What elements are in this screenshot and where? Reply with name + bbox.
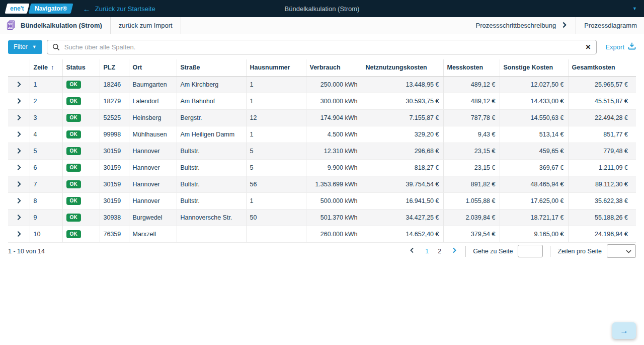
row-expand-chevron[interactable] [14,163,24,172]
cell-strasse: Bultstr. [177,143,246,159]
table-row: 4 OK 99998 Mühlhausen Am Heiligen Damm 1… [8,126,636,143]
enet-navigator-logo[interactable]: ene't Navigator® [5,4,73,14]
cell-messkosten: 1.055,88 € [443,192,500,209]
cell-hausnummer: 1 [246,126,306,143]
cell-hausnummer: 1 [246,93,306,109]
cell-gesamtkosten: 22.494,28 € [568,109,636,126]
cell-netznutzungskosten: 16.941,50 € [362,192,443,209]
cell-hausnummer: 5 [246,143,306,159]
table-row: 1 OK 18246 Baumgarten Am Kirchberg 1 250… [8,76,636,93]
col-header-ort[interactable]: Ort [129,59,177,76]
cell-plz: 18246 [100,76,129,93]
cell-verbrauch: 250.000 kWh [306,76,362,93]
cell-gesamtkosten: 45.515,87 € [568,93,636,109]
row-expand-chevron[interactable] [14,180,24,189]
goto-page-input[interactable] [518,245,543,257]
forward-button[interactable]: → [612,322,636,339]
chevron-down-icon[interactable]: ▼ [632,6,637,11]
row-expand-chevron[interactable] [14,130,24,139]
cell-netznutzungskosten: 818,27 € [362,159,443,176]
status-badge: OK [66,197,82,205]
cell-hausnummer: 1 [246,76,306,93]
search-box: ✕ [47,40,597,54]
arrow-right-icon: → [620,326,628,335]
cell-expand [8,76,30,93]
cell-plz: 52525 [100,109,129,126]
results-table: Zeile↑ Status PLZ Ort Straße Hausnummer … [8,59,636,243]
row-expand-chevron[interactable] [14,97,24,106]
row-expand-chevron[interactable] [14,230,24,239]
row-expand-chevron[interactable] [14,196,24,205]
results-table-container: Zeile↑ Status PLZ Ort Straße Hausnummer … [8,59,636,243]
col-header-gesamtkosten[interactable]: Gesamtkosten [568,59,636,76]
cell-netznutzungskosten: 329,20 € [362,126,443,143]
col-header-strasse[interactable]: Straße [177,59,246,76]
cell-status: OK [62,226,100,242]
row-expand-chevron[interactable] [14,213,24,222]
cell-hausnummer [246,226,306,242]
sort-ascending-icon: ↑ [51,64,54,71]
back-to-import-label: zurück zum Import [119,22,173,29]
process-step-description-link[interactable]: Prozessschrittbeschreibung [468,17,576,34]
previous-page-button[interactable] [408,246,416,256]
cell-sonstige-kosten: 513,14 € [500,126,568,143]
row-expand-chevron[interactable] [14,80,24,89]
footer-divider [550,246,550,257]
next-page-button[interactable] [450,246,458,256]
cell-status: OK [62,109,100,126]
col-header-hausnummer[interactable]: Hausnummer [246,59,306,76]
cell-hausnummer: 1 [246,192,306,209]
status-badge: OK [66,97,82,105]
cell-netznutzungskosten: 30.593,75 € [362,93,443,109]
col-header-sonstige-kosten[interactable]: Sonstige Kosten [500,59,568,76]
process-diagram-link[interactable]: Prozessdiagramm [576,17,644,34]
pagination-page-1[interactable]: 1 [425,248,429,255]
cell-plz: 30938 [100,209,129,226]
pagination-page-2[interactable]: 2 [438,248,441,255]
process-diagram-label: Prozessdiagramm [584,22,637,29]
col-header-netznutzungskosten[interactable]: Netznutzungskosten [362,59,443,76]
col-header-zeile[interactable]: Zeile↑ [30,59,62,76]
table-row: 6 OK 30159 Hannover Bultstr. 5 9.900 kWh… [8,159,636,176]
cell-status: OK [62,192,100,209]
table-body: 1 OK 18246 Baumgarten Am Kirchberg 1 250… [8,76,636,242]
cell-verbrauch: 260.000 kWh [306,226,362,242]
export-button[interactable]: Export [601,42,636,51]
cell-expand [8,176,30,192]
row-range-label: 1 - 10 von 14 [8,248,45,255]
col-header-messkosten[interactable]: Messkosten [443,59,500,76]
row-expand-chevron[interactable] [14,113,24,122]
chevron-right-icon [561,22,568,30]
cell-messkosten: 489,12 € [443,76,500,93]
col-header-verbrauch[interactable]: Verbrauch [306,59,362,76]
rows-per-page-select[interactable] [607,244,636,258]
cell-sonstige-kosten: 369,67 € [500,159,568,176]
clear-search-icon[interactable]: ✕ [586,44,591,50]
cell-status: OK [62,93,100,109]
cell-sonstige-kosten: 9.165,00 € [500,226,568,242]
cell-zeile: 9 [30,209,62,226]
cell-zeile: 8 [30,192,62,209]
col-header-zeile-label: Zeile [34,64,48,71]
cell-zeile: 1 [30,76,62,93]
process-step-description-label: Prozessschrittbeschreibung [476,22,556,29]
cell-messkosten: 891,82 € [443,176,500,192]
cell-ort: Hannover [129,176,177,192]
cell-verbrauch: 174.904 kWh [306,109,362,126]
col-header-plz[interactable]: PLZ [100,59,129,76]
search-input[interactable] [47,40,597,54]
back-to-import-link[interactable]: zurück zum Import [111,17,181,34]
filter-button[interactable]: Filter ▼ [8,40,42,54]
row-expand-chevron[interactable] [14,147,24,156]
cell-verbrauch: 9.900 kWh [306,159,362,176]
back-to-start-link[interactable]: ← Zurück zur Startseite [83,5,155,13]
search-icon [52,43,60,53]
arrow-left-icon: ← [83,5,91,13]
cell-gesamtkosten: 25.965,57 € [568,76,636,93]
logo-navigator: Navigator® [28,4,73,14]
footer-divider [465,246,466,257]
cell-expand [8,126,30,143]
cell-gesamtkosten: 24.196,94 € [568,226,636,242]
col-header-status[interactable]: Status [62,59,100,76]
cell-sonstige-kosten: 48.465,94 € [500,176,568,192]
